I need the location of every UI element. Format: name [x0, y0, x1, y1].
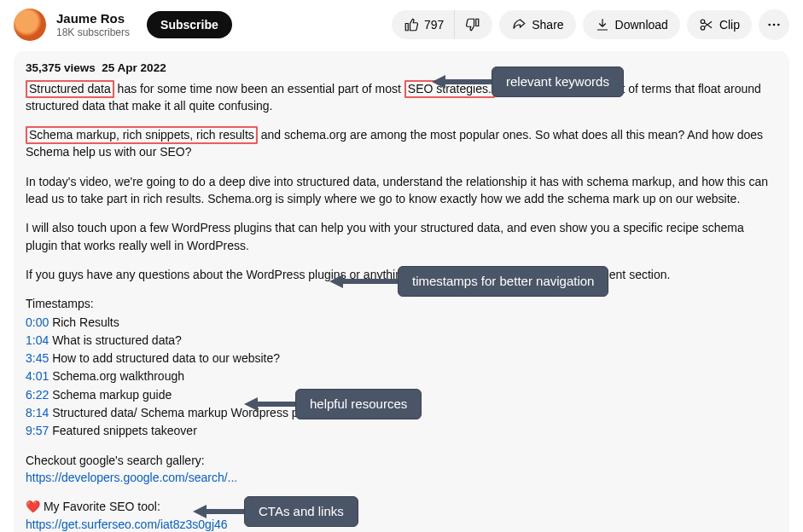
description-paragraph-2: Schema markup, rich snippets, rich resul…: [26, 126, 777, 161]
like-icon: [404, 17, 419, 32]
timestamp-label: How to add structured data to our websit…: [49, 351, 280, 365]
channel-avatar[interactable]: [14, 9, 46, 41]
highlight-structured-data: Structured data: [26, 80, 114, 98]
timestamp-link[interactable]: 9:57: [26, 424, 49, 437]
description-paragraph-5: If you guys have any questions about the…: [26, 266, 777, 283]
share-icon: [511, 17, 527, 32]
download-icon: [595, 17, 610, 32]
download-button[interactable]: Download: [583, 10, 680, 39]
share-label: Share: [532, 18, 563, 32]
timestamp-row: 8:14 Structured data/ Schema markup Word…: [26, 404, 777, 421]
description-paragraph-1: Structured data has for some time now be…: [26, 80, 777, 115]
timestamp-link[interactable]: 6:22: [26, 388, 49, 402]
timestamp-row: 1:04 What is structured data?: [26, 332, 777, 349]
highlight-seo-strategies: SEO strategies.: [404, 80, 495, 98]
upload-date: 25 Apr 2022: [102, 61, 166, 74]
fav-tool-heading: ❤️ My Favorite SEO tool:: [26, 498, 777, 515]
more-icon: [766, 17, 782, 32]
timestamp-row: 9:57 Featured snippets takeover: [26, 422, 777, 439]
timestamp-row: 0:00 Rich Results: [26, 314, 777, 331]
timestamp-link[interactable]: 4:01: [26, 369, 49, 383]
subscriber-count: 18K subscribers: [56, 26, 130, 38]
timestamp-label: What is structured data?: [49, 333, 182, 347]
gallery-heading: Checkout google's search gallery:: [26, 452, 777, 469]
gallery-link[interactable]: https://developers.google.com/search/...: [26, 471, 237, 484]
svg-point-3: [773, 24, 776, 26]
video-description: 35,375 views 25 Apr 2022 Structured data…: [14, 51, 789, 532]
highlight-schema-terms: Schema markup, rich snippets, rich resul…: [26, 126, 258, 144]
channel-name[interactable]: Jaume Ros: [56, 11, 130, 26]
clip-button[interactable]: Clip: [687, 10, 752, 39]
timestamp-label: Rich Results: [49, 315, 119, 329]
video-actions: 797 Share Download Clip: [392, 9, 789, 40]
share-button[interactable]: Share: [499, 10, 575, 39]
video-meta-line: 35,375 views 25 Apr 2022: [26, 60, 777, 77]
clip-label: Clip: [719, 18, 740, 32]
view-count: 35,375 views: [26, 61, 96, 74]
svg-point-2: [768, 24, 771, 26]
timestamp-link[interactable]: 0:00: [26, 315, 49, 329]
timestamp-label: Structured data/ Schema markup Wordpress…: [49, 406, 329, 419]
clip-icon: [699, 17, 714, 32]
timestamp-link[interactable]: 3:45: [26, 351, 49, 365]
description-paragraph-4: I will also touch upon a few WordPress p…: [26, 219, 777, 254]
description-paragraph-3: In today's video, we're going to do a de…: [26, 173, 777, 208]
channel-header: Jaume Ros 18K subscribers Subscribe 797 …: [14, 9, 789, 41]
timestamp-row: 6:22 Schema markup guide: [26, 386, 777, 403]
fav-tool-link[interactable]: https://get.surferseo.com/iat8z3s0gj46: [26, 518, 228, 531]
timestamp-link[interactable]: 1:04: [26, 333, 49, 347]
subscribe-button[interactable]: Subscribe: [147, 11, 232, 38]
timestamp-label: Schema.org walkthrough: [49, 369, 184, 383]
timestamps-heading: Timestamps:: [26, 295, 777, 312]
timestamp-row: 3:45 How to add structured data to our w…: [26, 350, 777, 367]
timestamp-label: Featured snippets takeover: [49, 424, 197, 437]
timestamp-label: Schema markup guide: [49, 388, 172, 402]
like-button[interactable]: 797: [392, 10, 454, 39]
channel-meta: Jaume Ros 18K subscribers: [56, 11, 130, 38]
dislike-button[interactable]: [454, 10, 492, 39]
timestamp-row: 4:01 Schema.org walkthrough: [26, 367, 777, 385]
dislike-icon: [465, 17, 480, 32]
more-actions-button[interactable]: [759, 9, 789, 40]
download-label: Download: [615, 18, 668, 32]
timestamp-link[interactable]: 8:14: [26, 406, 49, 419]
like-count: 797: [424, 18, 444, 32]
svg-point-4: [777, 24, 780, 26]
